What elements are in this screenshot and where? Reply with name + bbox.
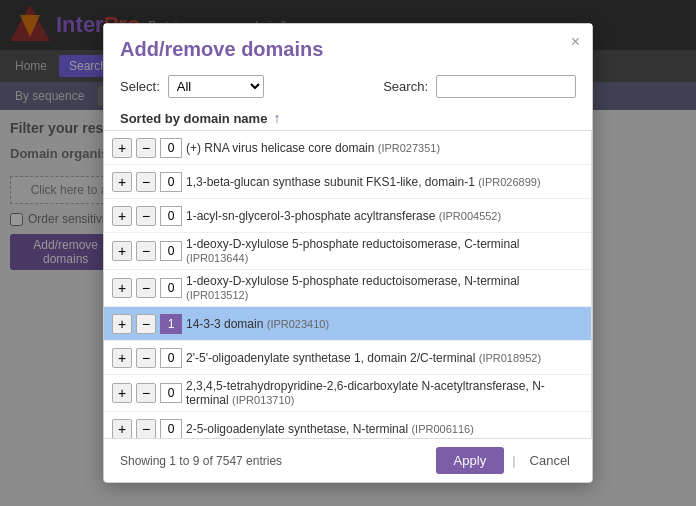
domain-count: 0 [160,419,182,439]
domain-list-item[interactable]: + − 0 1-deoxy-D-xylulose 5-phosphate red… [104,233,591,270]
minus-button[interactable]: − [136,419,156,439]
modal-title: Add/remove domains [120,38,323,60]
plus-button[interactable]: + [112,383,132,403]
minus-button[interactable]: − [136,206,156,226]
minus-button[interactable]: − [136,383,156,403]
domain-list-item[interactable]: + − 0 (+) RNA virus helicase core domain… [104,131,591,165]
minus-button[interactable]: − [136,138,156,158]
modal-close-button[interactable]: × [571,34,580,50]
domain-name: 1-deoxy-D-xylulose 5-phosphate reductois… [186,237,583,265]
select-dropdown[interactable]: All Selected Unselected [168,75,264,98]
domain-list-item[interactable]: + − 1 14-3-3 domain (IPR023410) [104,307,591,341]
plus-button[interactable]: + [112,314,132,334]
domain-count: 0 [160,138,182,158]
domain-list-item[interactable]: + − 0 2-5-oligoadenylate synthetase, N-t… [104,412,591,438]
select-row: Select: All Selected Unselected [120,75,264,98]
domain-list-item[interactable]: + − 0 1-deoxy-D-xylulose 5-phosphate red… [104,270,591,307]
plus-button[interactable]: + [112,419,132,439]
domain-count: 1 [160,314,182,334]
domain-name: 2,3,4,5-tetrahydropyridine-2,6-dicarboxy… [186,379,583,407]
domain-count: 0 [160,206,182,226]
plus-button[interactable]: + [112,138,132,158]
minus-button[interactable]: − [136,314,156,334]
minus-button[interactable]: − [136,241,156,261]
search-row: Search: [383,75,576,98]
minus-button[interactable]: − [136,172,156,192]
plus-button[interactable]: + [112,278,132,298]
domain-list: + − 0 (+) RNA virus helicase core domain… [104,131,592,438]
search-label: Search: [383,79,428,94]
domain-name: 2-5-oligoadenylate synthetase, N-termina… [186,422,583,436]
minus-button[interactable]: − [136,278,156,298]
plus-button[interactable]: + [112,206,132,226]
plus-button[interactable]: + [112,172,132,192]
sort-header: Sorted by domain name ↑ [104,106,592,131]
domain-name: 1-acyl-sn-glycerol-3-phosphate acyltrans… [186,209,583,223]
showing-text: Showing 1 to 9 of 7547 entries [120,454,282,468]
domain-list-item[interactable]: + − 0 1,3-beta-glucan synthase subunit F… [104,165,591,199]
apply-button[interactable]: Apply [436,447,505,474]
add-remove-domains-modal: Add/remove domains × Select: All Selecte… [103,23,593,483]
cancel-button[interactable]: Cancel [524,449,576,472]
domain-count: 0 [160,348,182,368]
domain-list-item[interactable]: + − 0 2'-5'-oligoadenylate synthetase 1,… [104,341,591,375]
separator: | [512,453,515,468]
select-label: Select: [120,79,160,94]
sort-label: Sorted by domain name [120,111,267,126]
modal-footer: Showing 1 to 9 of 7547 entries Apply | C… [104,438,592,482]
domain-count: 0 [160,241,182,261]
search-input[interactable] [436,75,576,98]
domain-count: 0 [160,383,182,403]
footer-actions: Apply | Cancel [436,447,576,474]
domain-name: 14-3-3 domain (IPR023410) [186,317,583,331]
plus-button[interactable]: + [112,241,132,261]
modal-title-bar: Add/remove domains × [104,24,592,69]
domain-list-item[interactable]: + − 0 2,3,4,5-tetrahydropyridine-2,6-dic… [104,375,591,412]
domain-list-item[interactable]: + − 0 1-acyl-sn-glycerol-3-phosphate acy… [104,199,591,233]
domain-count: 0 [160,172,182,192]
domain-name: (+) RNA virus helicase core domain (IPR0… [186,141,583,155]
minus-button[interactable]: − [136,348,156,368]
plus-button[interactable]: + [112,348,132,368]
domain-count: 0 [160,278,182,298]
domain-name: 2'-5'-oligoadenylate synthetase 1, domai… [186,351,583,365]
domain-name: 1,3-beta-glucan synthase subunit FKS1-li… [186,175,583,189]
domain-name: 1-deoxy-D-xylulose 5-phosphate reductois… [186,274,583,302]
sort-arrow-icon[interactable]: ↑ [273,110,280,126]
modal-overlay: Add/remove domains × Select: All Selecte… [0,0,696,506]
modal-controls: Select: All Selected Unselected Search: [104,69,592,106]
